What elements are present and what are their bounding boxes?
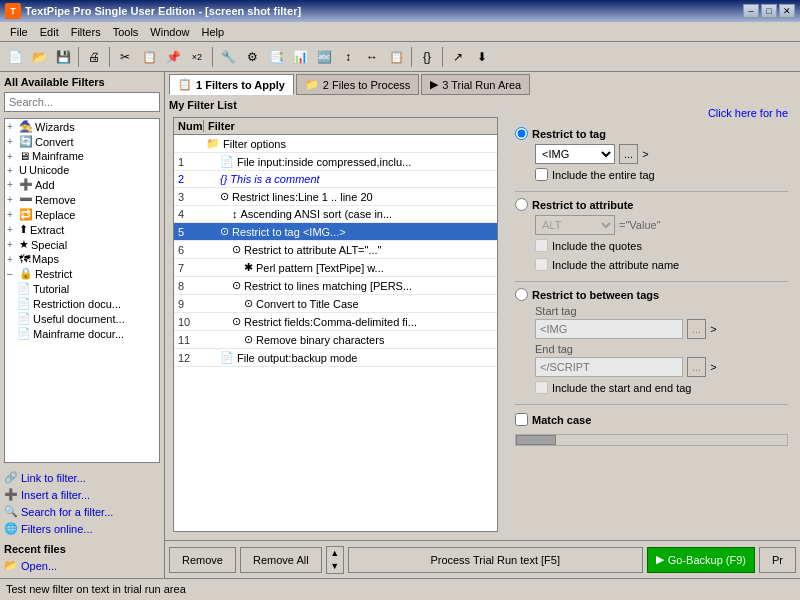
restrict-tag-radio[interactable] [515, 127, 528, 140]
recent-files: Recent files 📂 Open... [4, 543, 160, 574]
menu-filters[interactable]: Filters [65, 24, 107, 40]
tb-btn13[interactable]: {} [416, 46, 438, 68]
tb-btn8[interactable]: 📊 [289, 46, 311, 68]
filter-row-1[interactable]: 1 📄 File input:inside compressed,inclu..… [174, 153, 497, 171]
paste-button[interactable]: 📌 [162, 46, 184, 68]
restrict-between-radio-row: Restrict to between tags [515, 288, 788, 301]
scroll-up-button[interactable]: ▲ [327, 547, 343, 560]
copy-button[interactable]: 📋 [138, 46, 160, 68]
tree-item-convert[interactable]: + 🔄 Convert [5, 134, 159, 149]
tree-item-special[interactable]: + ★ Special [5, 237, 159, 252]
expand-unicode[interactable]: + [7, 165, 17, 176]
start-tag-input [535, 319, 683, 339]
tb-btn15[interactable]: ⬇ [471, 46, 493, 68]
tab-files[interactable]: 📁 2 Files to Process [296, 74, 419, 95]
tb-btn10[interactable]: ↕ [337, 46, 359, 68]
cut-button[interactable]: ✂ [114, 46, 136, 68]
filter-row-7[interactable]: 7 ✱ Perl pattern [TextPipe] w... [174, 259, 497, 277]
open-button[interactable]: 📂 [28, 46, 50, 68]
filter-row-8[interactable]: 8 ⊙ Restrict to lines matching [PERS... [174, 277, 497, 295]
expand-restrict[interactable]: – [7, 268, 17, 279]
tb-btn9[interactable]: 🔤 [313, 46, 335, 68]
tree-item-tutorial[interactable]: 📄 Tutorial [5, 281, 159, 296]
horiz-scroll[interactable] [515, 434, 788, 446]
tree-item-restrict[interactable]: – 🔒 Restrict [5, 266, 159, 281]
tree-item-remove[interactable]: + ➖ Remove [5, 192, 159, 207]
tree-item-mainframe[interactable]: + 🖥 Mainframe [5, 149, 159, 163]
menu-file[interactable]: File [4, 24, 34, 40]
filter-row-2[interactable]: 2 {} This is a comment [174, 171, 497, 188]
tb-btn6[interactable]: ⚙ [241, 46, 263, 68]
menu-help[interactable]: Help [195, 24, 230, 40]
expand-add[interactable]: + [7, 179, 17, 190]
menu-edit[interactable]: Edit [34, 24, 65, 40]
right-content: 📋 1 Filters to Apply 📁 2 Files to Proces… [165, 72, 800, 578]
search-filter-link[interactable]: 🔍 Search for a filter... [4, 503, 160, 520]
new-button[interactable]: 📄 [4, 46, 26, 68]
include-entire-tag-checkbox[interactable] [535, 168, 548, 181]
restrict-attr-radio[interactable] [515, 198, 528, 211]
restrict-between-radio[interactable] [515, 288, 528, 301]
filter-row-12[interactable]: 12 📄 File output:backup mode [174, 349, 497, 367]
menu-bar: File Edit Filters Tools Window Help [0, 22, 800, 42]
filter-list[interactable]: Num Filter 📁 Filter options [174, 118, 497, 531]
tree-item-restriction-doc[interactable]: 📄 Restriction docu... [5, 296, 159, 311]
tb-btn14[interactable]: ↗ [447, 46, 469, 68]
save-button[interactable]: 💾 [52, 46, 74, 68]
menu-tools[interactable]: Tools [107, 24, 145, 40]
filter-row-options[interactable]: 📁 Filter options [174, 135, 497, 153]
link-to-filter[interactable]: 🔗 Link to filter... [4, 469, 160, 486]
insert-filter-link[interactable]: ➕ Insert a filter... [4, 486, 160, 503]
remove-button[interactable]: Remove [169, 547, 236, 573]
filter-tree[interactable]: + 🧙 Wizards + 🔄 Convert + 🖥 Mainframe + … [4, 118, 160, 463]
expand-extract[interactable]: + [7, 224, 17, 235]
tree-item-mainframe-doc[interactable]: 📄 Mainframe docur... [5, 326, 159, 341]
remove-all-button[interactable]: Remove All [240, 547, 322, 573]
tree-item-extract[interactable]: + ⬆ Extract [5, 222, 159, 237]
paste2-button[interactable]: ×2 [186, 46, 208, 68]
filter-row-3[interactable]: 3 ⊙ Restrict lines:Line 1 .. line 20 [174, 188, 497, 206]
go-backup-button[interactable]: ▶ Go-Backup (F9) [647, 547, 755, 573]
minimize-button[interactable]: – [743, 4, 759, 18]
tree-item-add[interactable]: + ➕ Add [5, 177, 159, 192]
tab-trial[interactable]: ▶ 3 Trial Run Area [421, 74, 530, 95]
tree-item-unicode[interactable]: + U Unicode [5, 163, 159, 177]
expand-remove[interactable]: + [7, 194, 17, 205]
expand-special[interactable]: + [7, 239, 17, 250]
process-trial-button[interactable]: Process Trial Run text [F5] [348, 547, 643, 573]
close-button[interactable]: ✕ [779, 4, 795, 18]
filter-row-6[interactable]: 6 ⊙ Restrict to attribute ALT="..." [174, 241, 497, 259]
expand-convert[interactable]: + [7, 136, 17, 147]
print-button[interactable]: 🖨 [83, 46, 105, 68]
tb-btn11[interactable]: ↔ [361, 46, 383, 68]
tb-btn12[interactable]: 📋 [385, 46, 407, 68]
tab-filters[interactable]: 📋 1 Filters to Apply [169, 74, 294, 95]
end-tag-btn: ... [687, 357, 706, 377]
tb-btn7[interactable]: 📑 [265, 46, 287, 68]
filter-row-9[interactable]: 9 ⊙ Convert to Title Case [174, 295, 497, 313]
filter-row-11[interactable]: 11 ⊙ Remove binary characters [174, 331, 497, 349]
filters-online-link[interactable]: 🌐 Filters online... [4, 520, 160, 537]
maximize-button[interactable]: □ [761, 4, 777, 18]
expand-maps[interactable]: + [7, 254, 17, 265]
help-link[interactable]: Click here for he [515, 107, 788, 119]
filter-row-5[interactable]: 5 ⊙ Restrict to tag <IMG...> [174, 223, 497, 241]
match-case-checkbox[interactable] [515, 413, 528, 426]
expand-wizards[interactable]: + [7, 121, 17, 132]
filter-row-4[interactable]: 4 ↕ Ascending ANSI sort (case in... [174, 206, 497, 223]
tag-dotdot-button[interactable]: ... [619, 144, 638, 164]
tag-dropdown[interactable]: <IMG<A<DIV<SPAN<TABLE [535, 144, 615, 164]
search-input[interactable] [4, 92, 160, 112]
filter-row-10[interactable]: 10 ⊙ Restrict fields:Comma-delimited fi.… [174, 313, 497, 331]
tree-item-useful-doc[interactable]: 📄 Useful document... [5, 311, 159, 326]
expand-mainframe[interactable]: + [7, 151, 17, 162]
pr-button[interactable]: Pr [759, 547, 796, 573]
open-recent-link[interactable]: 📂 Open... [4, 557, 160, 574]
scroll-down-button[interactable]: ▼ [327, 560, 343, 573]
tree-item-maps[interactable]: + 🗺 Maps [5, 252, 159, 266]
menu-window[interactable]: Window [144, 24, 195, 40]
expand-replace[interactable]: + [7, 209, 17, 220]
tree-item-wizards[interactable]: + 🧙 Wizards [5, 119, 159, 134]
tree-item-replace[interactable]: + 🔁 Replace [5, 207, 159, 222]
tb-btn5[interactable]: 🔧 [217, 46, 239, 68]
